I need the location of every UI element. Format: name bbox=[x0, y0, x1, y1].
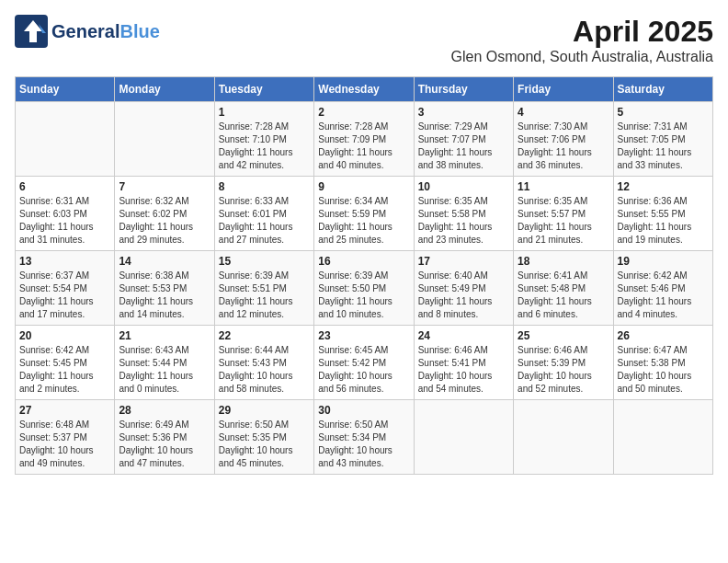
calendar-week-1: 1Sunrise: 7:28 AM Sunset: 7:10 PM Daylig… bbox=[16, 102, 713, 177]
calendar-cell: 17Sunrise: 6:40 AM Sunset: 5:49 PM Dayli… bbox=[414, 251, 513, 326]
day-info: Sunrise: 6:37 AM Sunset: 5:54 PM Dayligh… bbox=[19, 270, 110, 321]
day-info: Sunrise: 7:30 AM Sunset: 7:06 PM Dayligh… bbox=[518, 121, 609, 172]
day-number: 5 bbox=[618, 106, 709, 119]
calendar-cell: 4Sunrise: 7:30 AM Sunset: 7:06 PM Daylig… bbox=[514, 102, 613, 177]
day-number: 15 bbox=[219, 255, 310, 268]
day-info: Sunrise: 6:35 AM Sunset: 5:57 PM Dayligh… bbox=[518, 195, 609, 247]
day-number: 1 bbox=[219, 106, 310, 119]
day-number: 26 bbox=[618, 329, 709, 342]
calendar-week-3: 13Sunrise: 6:37 AM Sunset: 5:54 PM Dayli… bbox=[16, 251, 713, 326]
page-subtitle: Glen Osmond, South Australia, Australia bbox=[451, 49, 713, 65]
calendar-cell: 5Sunrise: 7:31 AM Sunset: 7:05 PM Daylig… bbox=[613, 102, 712, 177]
day-info: Sunrise: 6:33 AM Sunset: 6:01 PM Dayligh… bbox=[219, 195, 310, 247]
day-info: Sunrise: 6:44 AM Sunset: 5:43 PM Dayligh… bbox=[219, 344, 310, 396]
calendar-cell: 9Sunrise: 6:34 AM Sunset: 5:59 PM Daylig… bbox=[314, 177, 414, 251]
day-info: Sunrise: 6:43 AM Sunset: 5:44 PM Dayligh… bbox=[119, 344, 210, 396]
day-number: 13 bbox=[19, 255, 110, 268]
title-block: April 2025 Glen Osmond, South Australia,… bbox=[451, 15, 713, 65]
calendar-cell bbox=[115, 102, 214, 177]
day-info: Sunrise: 6:50 AM Sunset: 5:34 PM Dayligh… bbox=[318, 419, 409, 470]
day-header-monday: Monday bbox=[115, 77, 214, 102]
calendar-cell: 27Sunrise: 6:48 AM Sunset: 5:37 PM Dayli… bbox=[16, 400, 115, 475]
day-number: 25 bbox=[518, 329, 609, 342]
day-number: 17 bbox=[418, 255, 509, 268]
day-header-friday: Friday bbox=[514, 77, 613, 102]
day-info: Sunrise: 7:28 AM Sunset: 7:09 PM Dayligh… bbox=[318, 121, 409, 172]
day-number: 11 bbox=[518, 180, 609, 193]
logo-text: GeneralBlue bbox=[51, 21, 160, 41]
calendar-cell: 15Sunrise: 6:39 AM Sunset: 5:51 PM Dayli… bbox=[214, 251, 313, 326]
day-number: 22 bbox=[219, 329, 310, 342]
day-info: Sunrise: 6:42 AM Sunset: 5:46 PM Dayligh… bbox=[618, 270, 709, 321]
page-title: April 2025 bbox=[451, 15, 713, 49]
calendar-cell: 3Sunrise: 7:29 AM Sunset: 7:07 PM Daylig… bbox=[414, 102, 513, 177]
calendar-cell: 21Sunrise: 6:43 AM Sunset: 5:44 PM Dayli… bbox=[115, 326, 214, 400]
page-header: GeneralBlue April 2025 Glen Osmond, Sout… bbox=[15, 15, 713, 65]
calendar-cell bbox=[514, 400, 613, 475]
calendar-cell: 23Sunrise: 6:45 AM Sunset: 5:42 PM Dayli… bbox=[314, 326, 414, 400]
calendar-cell: 8Sunrise: 6:33 AM Sunset: 6:01 PM Daylig… bbox=[214, 177, 313, 251]
calendar-cell: 14Sunrise: 6:38 AM Sunset: 5:53 PM Dayli… bbox=[115, 251, 214, 326]
calendar-header-row: SundayMondayTuesdayWednesdayThursdayFrid… bbox=[16, 77, 713, 102]
day-number: 20 bbox=[19, 329, 110, 342]
calendar-cell: 19Sunrise: 6:42 AM Sunset: 5:46 PM Dayli… bbox=[613, 251, 712, 326]
calendar-cell: 20Sunrise: 6:42 AM Sunset: 5:45 PM Dayli… bbox=[16, 326, 115, 400]
day-info: Sunrise: 6:36 AM Sunset: 5:55 PM Dayligh… bbox=[618, 195, 709, 247]
day-info: Sunrise: 6:41 AM Sunset: 5:48 PM Dayligh… bbox=[518, 270, 609, 321]
day-number: 27 bbox=[19, 404, 110, 417]
day-info: Sunrise: 6:45 AM Sunset: 5:42 PM Dayligh… bbox=[318, 344, 409, 396]
day-info: Sunrise: 6:48 AM Sunset: 5:37 PM Dayligh… bbox=[19, 419, 110, 470]
day-header-sunday: Sunday bbox=[16, 77, 115, 102]
day-header-wednesday: Wednesday bbox=[314, 77, 414, 102]
calendar-cell bbox=[16, 102, 115, 177]
calendar-cell: 10Sunrise: 6:35 AM Sunset: 5:58 PM Dayli… bbox=[414, 177, 513, 251]
calendar-cell: 1Sunrise: 7:28 AM Sunset: 7:10 PM Daylig… bbox=[214, 102, 313, 177]
day-info: Sunrise: 6:39 AM Sunset: 5:50 PM Dayligh… bbox=[318, 270, 409, 321]
day-info: Sunrise: 6:50 AM Sunset: 5:35 PM Dayligh… bbox=[219, 419, 310, 470]
calendar-cell: 25Sunrise: 6:46 AM Sunset: 5:39 PM Dayli… bbox=[514, 326, 613, 400]
calendar-cell: 26Sunrise: 6:47 AM Sunset: 5:38 PM Dayli… bbox=[613, 326, 712, 400]
calendar-week-4: 20Sunrise: 6:42 AM Sunset: 5:45 PM Dayli… bbox=[16, 326, 713, 400]
day-number: 23 bbox=[318, 329, 409, 342]
day-number: 9 bbox=[318, 180, 409, 193]
calendar-cell: 11Sunrise: 6:35 AM Sunset: 5:57 PM Dayli… bbox=[514, 177, 613, 251]
calendar-cell bbox=[613, 400, 712, 475]
day-info: Sunrise: 6:49 AM Sunset: 5:36 PM Dayligh… bbox=[119, 419, 210, 470]
calendar-cell: 2Sunrise: 7:28 AM Sunset: 7:09 PM Daylig… bbox=[314, 102, 414, 177]
day-info: Sunrise: 6:35 AM Sunset: 5:58 PM Dayligh… bbox=[418, 195, 509, 247]
day-number: 7 bbox=[119, 180, 210, 193]
day-number: 21 bbox=[119, 329, 210, 342]
day-number: 8 bbox=[219, 180, 310, 193]
day-info: Sunrise: 6:38 AM Sunset: 5:53 PM Dayligh… bbox=[119, 270, 210, 321]
logo: GeneralBlue bbox=[15, 15, 160, 48]
calendar-cell: 18Sunrise: 6:41 AM Sunset: 5:48 PM Dayli… bbox=[514, 251, 613, 326]
day-info: Sunrise: 7:28 AM Sunset: 7:10 PM Dayligh… bbox=[219, 121, 310, 172]
calendar-cell: 13Sunrise: 6:37 AM Sunset: 5:54 PM Dayli… bbox=[16, 251, 115, 326]
day-info: Sunrise: 6:40 AM Sunset: 5:49 PM Dayligh… bbox=[418, 270, 509, 321]
day-number: 6 bbox=[19, 180, 110, 193]
day-number: 14 bbox=[119, 255, 210, 268]
calendar-cell: 28Sunrise: 6:49 AM Sunset: 5:36 PM Dayli… bbox=[115, 400, 214, 475]
day-header-thursday: Thursday bbox=[414, 77, 513, 102]
calendar-cell: 29Sunrise: 6:50 AM Sunset: 5:35 PM Dayli… bbox=[214, 400, 313, 475]
day-number: 29 bbox=[219, 404, 310, 417]
calendar-cell: 30Sunrise: 6:50 AM Sunset: 5:34 PM Dayli… bbox=[314, 400, 414, 475]
calendar-cell: 24Sunrise: 6:46 AM Sunset: 5:41 PM Dayli… bbox=[414, 326, 513, 400]
day-number: 2 bbox=[318, 106, 409, 119]
calendar-cell: 12Sunrise: 6:36 AM Sunset: 5:55 PM Dayli… bbox=[613, 177, 712, 251]
day-number: 19 bbox=[618, 255, 709, 268]
day-info: Sunrise: 6:47 AM Sunset: 5:38 PM Dayligh… bbox=[618, 344, 709, 396]
calendar-cell: 6Sunrise: 6:31 AM Sunset: 6:03 PM Daylig… bbox=[16, 177, 115, 251]
day-info: Sunrise: 6:31 AM Sunset: 6:03 PM Dayligh… bbox=[19, 195, 110, 247]
day-number: 28 bbox=[119, 404, 210, 417]
day-info: Sunrise: 6:39 AM Sunset: 5:51 PM Dayligh… bbox=[219, 270, 310, 321]
day-info: Sunrise: 7:31 AM Sunset: 7:05 PM Dayligh… bbox=[618, 121, 709, 172]
calendar-week-5: 27Sunrise: 6:48 AM Sunset: 5:37 PM Dayli… bbox=[16, 400, 713, 475]
day-info: Sunrise: 6:32 AM Sunset: 6:02 PM Dayligh… bbox=[119, 195, 210, 247]
calendar-cell: 7Sunrise: 6:32 AM Sunset: 6:02 PM Daylig… bbox=[115, 177, 214, 251]
day-info: Sunrise: 6:42 AM Sunset: 5:45 PM Dayligh… bbox=[19, 344, 110, 396]
day-number: 18 bbox=[518, 255, 609, 268]
day-header-saturday: Saturday bbox=[613, 77, 712, 102]
calendar-cell: 22Sunrise: 6:44 AM Sunset: 5:43 PM Dayli… bbox=[214, 326, 313, 400]
day-number: 4 bbox=[518, 106, 609, 119]
